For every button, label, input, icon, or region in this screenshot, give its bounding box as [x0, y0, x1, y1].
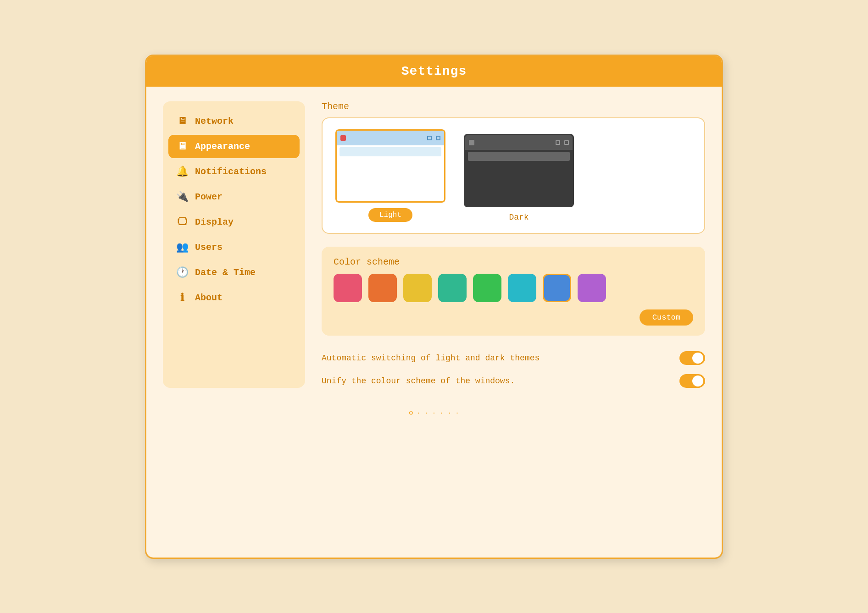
- unify-scheme-toggle[interactable]: [679, 374, 705, 388]
- dark-theme-label: Dark: [509, 213, 529, 222]
- toggle-knob-2: [692, 376, 703, 387]
- light-theme-button[interactable]: Light: [368, 208, 412, 222]
- auto-switch-toggle[interactable]: [679, 351, 705, 365]
- sidebar-label-network: Network: [195, 116, 234, 127]
- theme-section: Theme: [322, 101, 705, 234]
- title-bar: Settings: [146, 56, 722, 87]
- maximize-btn: [436, 136, 440, 140]
- toggle-row-unify-scheme: Unify the colour scheme of the windows.: [322, 374, 705, 388]
- footer-text: ⚙ · · · · · ·: [409, 409, 459, 417]
- users-icon: 👥: [176, 241, 189, 254]
- sidebar-item-users[interactable]: 👥 Users: [168, 236, 300, 259]
- dark-minimize-btn: [556, 140, 560, 145]
- light-toolbar: [339, 147, 441, 156]
- dark-titlebar: [465, 135, 573, 150]
- power-icon: 🔌: [176, 191, 189, 203]
- sidebar-label-datetime: Date & Time: [195, 267, 256, 278]
- light-theme-preview[interactable]: [335, 129, 445, 203]
- content-area: 🖥 Network 🖥 Appearance 🔔 Notifications 🔌…: [146, 87, 722, 403]
- unify-scheme-label: Unify the colour scheme of the windows.: [322, 376, 515, 386]
- sidebar-label-notifications: Notifications: [195, 166, 267, 177]
- theme-section-label: Theme: [322, 101, 705, 112]
- display-icon: 🖵: [176, 216, 189, 228]
- toggle-knob: [692, 353, 703, 364]
- minimize-btn: [427, 136, 432, 140]
- sidebar-item-about[interactable]: ℹ About: [168, 286, 300, 309]
- sidebar-item-network[interactable]: 🖥 Network: [168, 110, 300, 133]
- network-icon: 🖥: [176, 115, 189, 127]
- dark-close-btn: [469, 140, 474, 145]
- light-titlebar: [337, 131, 444, 145]
- main-content: Theme: [322, 101, 705, 388]
- light-body: [337, 158, 444, 199]
- toggle-settings: Automatic switching of light and dark th…: [322, 351, 705, 388]
- color-swatch-orange[interactable]: [368, 274, 397, 302]
- theme-option-light[interactable]: Light: [335, 129, 445, 222]
- theme-box: Light: [322, 117, 705, 234]
- footer: ⚙ · · · · · ·: [146, 403, 722, 423]
- color-swatch-blue[interactable]: [543, 274, 571, 302]
- datetime-icon: 🕐: [176, 266, 189, 279]
- sidebar-label-appearance: Appearance: [195, 141, 250, 152]
- sidebar-label-power: Power: [195, 192, 223, 202]
- notifications-icon: 🔔: [176, 166, 189, 178]
- sidebar-label-users: Users: [195, 242, 223, 253]
- sidebar-item-power[interactable]: 🔌 Power: [168, 185, 300, 209]
- color-swatch-yellow[interactable]: [403, 274, 432, 302]
- sidebar: 🖥 Network 🖥 Appearance 🔔 Notifications 🔌…: [163, 101, 305, 388]
- custom-btn-row: Custom: [334, 309, 693, 326]
- window-title: Settings: [146, 64, 722, 78]
- color-scheme-section: Color scheme Custom: [322, 247, 705, 336]
- settings-window: Settings 🖥 Network 🖥 Appearance 🔔 Notifi…: [145, 55, 723, 559]
- color-scheme-label: Color scheme: [334, 257, 693, 267]
- color-swatch-green[interactable]: [473, 274, 501, 302]
- theme-options: Light: [335, 129, 691, 222]
- sidebar-item-datetime[interactable]: 🕐 Date & Time: [168, 261, 300, 284]
- toggle-row-auto-switch: Automatic switching of light and dark th…: [322, 351, 705, 365]
- dark-theme-preview[interactable]: [464, 134, 574, 207]
- appearance-icon: 🖥: [176, 140, 189, 153]
- dark-toolbar: [468, 152, 570, 161]
- dark-maximize-btn: [564, 140, 569, 145]
- color-swatch-purple[interactable]: [578, 274, 606, 302]
- auto-switch-label: Automatic switching of light and dark th…: [322, 353, 540, 363]
- color-swatches: [334, 274, 693, 302]
- sidebar-label-display: Display: [195, 217, 234, 227]
- sidebar-item-appearance[interactable]: 🖥 Appearance: [168, 135, 300, 158]
- custom-color-button[interactable]: Custom: [640, 309, 693, 326]
- close-btn: [340, 135, 346, 141]
- color-scheme-box: Color scheme Custom: [322, 247, 705, 336]
- color-swatch-teal[interactable]: [438, 274, 467, 302]
- color-swatch-red[interactable]: [334, 274, 362, 302]
- dark-body: [465, 163, 573, 204]
- sidebar-label-about: About: [195, 293, 223, 303]
- about-icon: ℹ: [176, 292, 189, 304]
- color-swatch-cyan[interactable]: [508, 274, 536, 302]
- sidebar-item-display[interactable]: 🖵 Display: [168, 210, 300, 234]
- sidebar-item-notifications[interactable]: 🔔 Notifications: [168, 160, 300, 183]
- theme-option-dark[interactable]: Dark: [464, 134, 574, 222]
